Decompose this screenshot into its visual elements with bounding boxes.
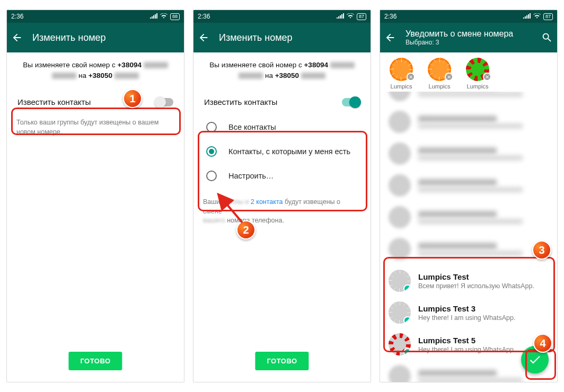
search-icon[interactable] xyxy=(541,32,553,43)
back-icon[interactable] xyxy=(384,32,396,43)
chip-name: Lumpics xyxy=(391,83,412,90)
screen2-content: Вы изменяете свой номер с +38094 на +380… xyxy=(193,52,371,382)
status-time: 2:36 xyxy=(384,13,396,20)
contact-name: Lumpics Test 5 xyxy=(418,336,549,345)
app-bar: Уведомить о смене номера Выбрано: 3 xyxy=(380,23,557,52)
contact-list[interactable]: ✓ Lumpics Test Всем привет! Я использую … xyxy=(380,92,557,382)
done-button[interactable]: ГОТОВО xyxy=(68,352,122,370)
appbar-title: Изменить номер xyxy=(32,32,106,43)
remove-chip-icon[interactable]: ✕ xyxy=(407,73,415,81)
signal-icon xyxy=(337,13,344,20)
chip-contact[interactable]: ✕ Lumpics xyxy=(390,58,413,90)
notify-contacts-label: Известить контакты xyxy=(17,97,91,106)
contact-row[interactable]: ✓ Lumpics Test Всем привет! Я использую … xyxy=(380,265,557,297)
change-number-info: Вы изменяете свой номер с +38094 на +380… xyxy=(203,60,361,81)
contact-status xyxy=(418,378,523,382)
change-number-info: Вы изменяете свой номер с +38094 на +380… xyxy=(16,60,174,81)
check-icon xyxy=(528,353,542,367)
contact-row-blurred[interactable] xyxy=(380,233,557,265)
selected-check-icon: ✓ xyxy=(403,316,411,324)
avatar xyxy=(389,238,411,260)
contact-row-blurred[interactable] xyxy=(380,201,557,233)
notify-hint: Ваши группы и 2 контакта будут извещены … xyxy=(203,198,361,226)
contact-row-blurred[interactable] xyxy=(380,92,557,106)
contact-name xyxy=(418,370,497,377)
wifi-icon xyxy=(347,13,354,20)
chip-contact[interactable]: ✕ Lumpics xyxy=(428,58,451,90)
redacted-text xyxy=(52,73,76,79)
status-bar: 2:36 88 xyxy=(7,10,184,23)
wifi-icon xyxy=(160,13,168,20)
notify-contacts-label: Известить контакты xyxy=(204,97,277,106)
radio-icon xyxy=(206,171,217,181)
selected-check-icon: ✓ xyxy=(403,348,411,355)
option-all-contacts[interactable]: Все контакты xyxy=(203,115,361,139)
battery-indicator: 87 xyxy=(543,13,553,20)
signal-icon xyxy=(523,13,531,20)
contact-row[interactable]: ✓ Lumpics Test 3 Hey there! I am using W… xyxy=(380,297,557,328)
contact-name: Lumpics Test xyxy=(418,272,549,281)
option-contacts-with-chat[interactable]: Контакты, с которыми у меня есть xyxy=(203,139,361,164)
contact-count-link[interactable]: 2 контакта xyxy=(251,198,283,206)
notify-contacts-toggle[interactable] xyxy=(155,98,173,106)
contact-name xyxy=(418,115,497,122)
redacted-text xyxy=(114,73,139,79)
remove-chip-icon[interactable]: ✕ xyxy=(445,73,453,81)
confirm-fab[interactable] xyxy=(521,346,549,373)
contact-name xyxy=(418,211,497,218)
contact-row-blurred[interactable] xyxy=(380,170,557,201)
contact-status: Всем привет! Я использую WhatsApp. xyxy=(418,282,549,290)
avatar xyxy=(389,142,411,165)
radio-icon xyxy=(206,122,217,132)
battery-indicator: 87 xyxy=(357,13,366,20)
done-button[interactable]: ГОТОВО xyxy=(255,352,309,370)
contact-name: Lumpics Test 3 xyxy=(418,304,549,313)
chip-name: Lumpics xyxy=(467,83,489,90)
status-time: 2:36 xyxy=(198,13,210,20)
contact-name xyxy=(418,147,497,154)
radio-icon xyxy=(206,146,217,157)
wifi-icon xyxy=(533,13,541,20)
phone-screen-2: 2:36 87 Изменить номер Вы изменяете свой… xyxy=(193,10,371,382)
appbar-subtitle: Выбрано: 3 xyxy=(406,39,513,46)
contact-row-blurred[interactable] xyxy=(380,106,557,138)
phone-screen-3: 2:36 87 Уведомить о смене номера Выбрано… xyxy=(380,10,558,382)
appbar-title: Изменить номер xyxy=(219,32,293,43)
redacted-text xyxy=(301,73,325,79)
contact-status xyxy=(418,187,523,192)
notify-contacts-toggle[interactable] xyxy=(342,98,360,106)
contact-status xyxy=(418,251,523,256)
remove-chip-icon[interactable]: ✕ xyxy=(483,73,491,81)
back-icon[interactable] xyxy=(11,32,23,43)
contact-status: Hey there! I am using WhatsApp. xyxy=(418,314,549,322)
avatar xyxy=(389,365,411,382)
selected-check-icon: ✓ xyxy=(403,284,411,292)
contact-row-blurred[interactable] xyxy=(380,138,557,170)
phone-screen-1: 2:36 88 Изменить номер Вы изменяете свой… xyxy=(6,10,184,382)
option-label: Настроить… xyxy=(228,172,274,180)
option-label: Контакты, с которыми у меня есть xyxy=(228,147,350,156)
back-icon[interactable] xyxy=(198,32,209,43)
avatar xyxy=(389,92,411,101)
avatar xyxy=(389,174,411,197)
chip-contact[interactable]: ✕ Lumpics xyxy=(466,58,489,90)
notify-contacts-row[interactable]: Известить контакты xyxy=(16,91,174,113)
selected-chips: ✕ Lumpics ✕ Lumpics ✕ Lumpics xyxy=(380,52,557,92)
signal-icon xyxy=(150,13,157,20)
status-bar: 2:36 87 xyxy=(193,10,371,23)
contact-status xyxy=(418,155,523,161)
status-time: 2:36 xyxy=(11,13,23,20)
option-custom[interactable]: Настроить… xyxy=(203,164,361,188)
avatar xyxy=(389,206,411,228)
chip-name: Lumpics xyxy=(429,83,451,90)
notify-contacts-row[interactable]: Известить контакты xyxy=(203,91,361,113)
contact-status xyxy=(418,123,523,129)
avatar: ✓ xyxy=(389,301,411,324)
app-bar: Изменить номер xyxy=(7,23,184,52)
contact-name xyxy=(418,179,497,186)
redacted-text xyxy=(144,62,168,68)
avatar: ✓ xyxy=(389,270,411,292)
avatar: ✓ xyxy=(389,333,411,355)
redacted-text xyxy=(239,73,263,79)
contact-status xyxy=(418,219,523,224)
